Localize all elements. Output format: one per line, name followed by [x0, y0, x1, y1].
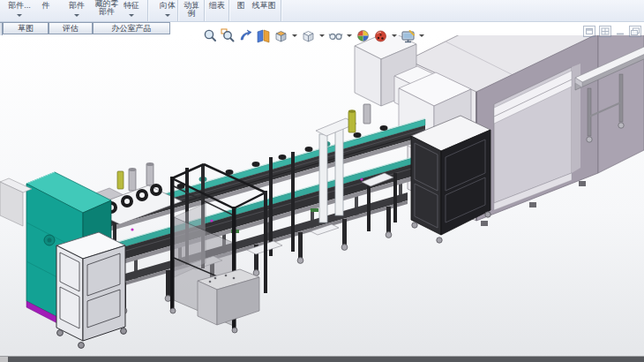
previous-view-icon[interactable]	[238, 28, 253, 43]
ribbon-button-bom[interactable]: 细表	[208, 0, 226, 21]
ribbon-divider	[204, 0, 206, 21]
view-orientation-icon[interactable]	[273, 28, 288, 43]
ribbon-divider	[177, 0, 179, 21]
edit-appearance-icon[interactable]	[356, 28, 371, 43]
dropdown-arrow-icon[interactable]	[292, 34, 297, 37]
dropdown-arrow-icon	[74, 14, 79, 17]
ribbon-divider	[147, 0, 149, 21]
ribbon-toolbar: 部件... 件 部件 藏的零 部件 特征 向体 动算例 细表 图 线草图	[0, 0, 644, 22]
document-window-controls	[583, 26, 641, 37]
section-view-icon[interactable]	[256, 28, 271, 43]
view-settings-icon[interactable]	[401, 28, 416, 43]
assembly-model	[0, 35, 644, 357]
doc-minimize-icon[interactable]	[615, 26, 625, 36]
zoom-fit-icon[interactable]	[203, 28, 218, 43]
ribbon-divider	[281, 0, 282, 21]
zoom-area-icon[interactable]	[221, 28, 236, 43]
tab-sketch[interactable]: 草图	[3, 22, 49, 34]
apply-scene-icon[interactable]	[373, 28, 388, 43]
ribbon-button-explode-line-sketch[interactable]: 线草图	[251, 0, 276, 21]
status-bar-edge	[0, 356, 644, 362]
tab-office-products[interactable]: 办公室产品	[93, 22, 170, 34]
ribbon-button-mate[interactable]: 件	[39, 0, 53, 21]
doc-windows-icon[interactable]	[629, 26, 641, 37]
ribbon-button-reference-geometry[interactable]: 向体	[155, 0, 180, 21]
ribbon-button-show-hidden-components[interactable]: 藏的零 部件	[91, 0, 123, 21]
doc-maximize-icon[interactable]	[599, 26, 611, 37]
dropdown-arrow-icon	[165, 14, 170, 17]
tab-evaluate[interactable]: 评估	[49, 22, 93, 34]
dropdown-arrow-icon[interactable]	[347, 34, 352, 37]
status-bar-edge-light	[0, 357, 8, 362]
ribbon-button-insert-component[interactable]: 部件...	[3, 0, 36, 21]
ribbon-button-assembly-features[interactable]: 特征	[121, 0, 142, 21]
dropdown-arrow-icon[interactable]	[319, 34, 325, 37]
ribbon-divider	[228, 0, 230, 21]
dropdown-arrow-icon[interactable]	[392, 34, 397, 37]
ribbon-button-exploded-view[interactable]: 图	[235, 0, 247, 21]
dropdown-arrow-icon	[17, 14, 22, 17]
solidworks-window: 部件... 件 部件 藏的零 部件 特征 向体 动算例 细表 图 线草图 草图 …	[0, 0, 644, 362]
graphics-area[interactable]	[0, 35, 644, 357]
dropdown-arrow-icon	[129, 14, 134, 17]
heads-up-view-toolbar	[203, 26, 425, 44]
hide-show-items-icon[interactable]	[328, 28, 343, 43]
ribbon-button-motion-study[interactable]: 动算例	[180, 0, 203, 21]
ribbon-button-move-component[interactable]: 部件	[64, 0, 90, 21]
dropdown-arrow-icon[interactable]	[419, 34, 424, 37]
doc-restore-icon[interactable]	[583, 26, 595, 37]
display-style-icon[interactable]	[301, 28, 316, 43]
